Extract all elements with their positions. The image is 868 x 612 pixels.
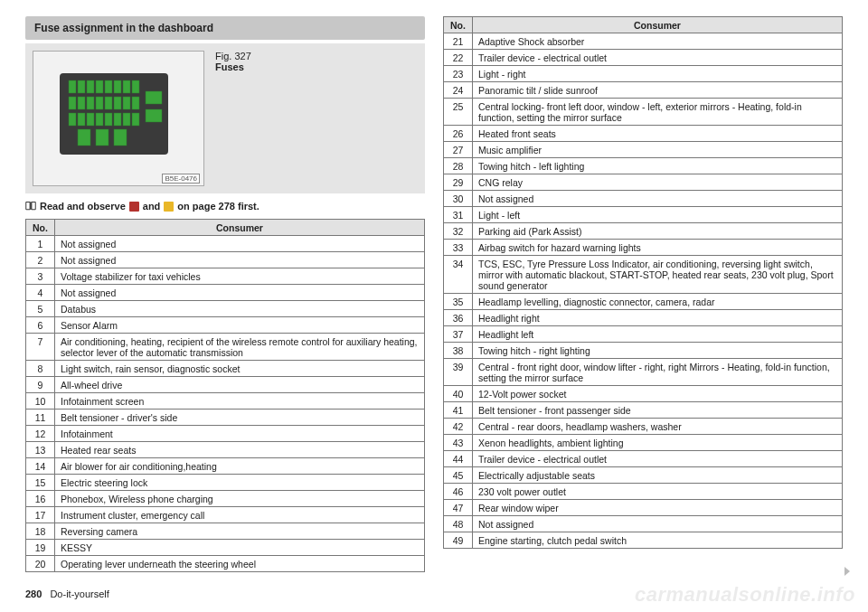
table-row: 3Voltage stabilizer for taxi vehicles bbox=[26, 268, 425, 285]
table-row: 36Headlight right bbox=[444, 310, 843, 326]
fuse-number: 39 bbox=[444, 359, 473, 386]
fuse-number: 28 bbox=[444, 158, 473, 174]
header-no: No. bbox=[444, 17, 473, 33]
table-row: 16Phonebox, Wireless phone charging bbox=[26, 491, 425, 507]
table-row: 20Operating lever underneath the steerin… bbox=[26, 556, 425, 572]
fuse-number: 7 bbox=[26, 334, 55, 361]
fuse-number: 9 bbox=[26, 377, 55, 393]
fuse-consumer: Trailer device - electrical outlet bbox=[473, 50, 843, 66]
fuse-consumer: Music amplifier bbox=[473, 142, 843, 158]
fuse-consumer: Not assigned bbox=[55, 236, 425, 252]
svg-rect-22 bbox=[114, 113, 121, 126]
fuse-number: 1 bbox=[26, 236, 55, 252]
fuse-consumer: Databus bbox=[55, 301, 425, 317]
svg-rect-18 bbox=[78, 113, 85, 126]
table-row: 15Electric steering lock bbox=[26, 475, 425, 491]
table-row: 6Sensor Alarm bbox=[26, 317, 425, 334]
fuse-consumer: Electric steering lock bbox=[55, 475, 425, 491]
fuse-number: 11 bbox=[26, 410, 55, 426]
header-no: No. bbox=[26, 220, 55, 236]
fuse-consumer: Central - rear doors, headlamp washers, … bbox=[473, 419, 843, 435]
table-row: 38Towing hitch - right lighting bbox=[444, 343, 843, 359]
fuse-consumer: KESSY bbox=[55, 540, 425, 556]
fuse-number: 49 bbox=[444, 532, 473, 549]
svg-rect-3 bbox=[87, 80, 94, 93]
table-row: 2Not assigned bbox=[26, 252, 425, 268]
svg-rect-14 bbox=[114, 97, 121, 109]
fuse-consumer: Adaptive Shock absorber bbox=[473, 33, 843, 50]
observe-prefix: Read and observe bbox=[40, 201, 126, 212]
table-row: 24Panoramic tilt / slide sunroof bbox=[444, 82, 843, 99]
fuse-number: 8 bbox=[26, 361, 55, 377]
fuse-consumer: Panoramic tilt / slide sunroof bbox=[473, 82, 843, 99]
table-row: 42Central - rear doors, headlamp washers… bbox=[444, 419, 843, 435]
fuse-number: 32 bbox=[444, 223, 473, 240]
fuse-consumer: Operating lever underneath the steering … bbox=[55, 556, 425, 572]
fuse-number: 17 bbox=[26, 507, 55, 523]
section-header: Fuse assignment in the dashboard bbox=[25, 16, 425, 40]
svg-rect-25 bbox=[78, 129, 90, 146]
svg-rect-21 bbox=[105, 113, 112, 126]
fuse-consumer: Heated rear seats bbox=[55, 442, 425, 458]
warning-icon bbox=[129, 202, 139, 212]
fuse-consumer: Infotainment screen bbox=[55, 393, 425, 410]
fuse-consumer: Light - left bbox=[473, 207, 843, 223]
table-row: 12Infotainment bbox=[26, 426, 425, 442]
fuse-consumer: Xenon headlights, ambient lighting bbox=[473, 435, 843, 451]
fuse-consumer: Phonebox, Wireless phone charging bbox=[55, 491, 425, 507]
fuse-number: 36 bbox=[444, 310, 473, 326]
table-row: 11Belt tensioner - driver's side bbox=[26, 410, 425, 426]
continue-indicator-icon bbox=[844, 567, 850, 576]
table-row: 21Adaptive Shock absorber bbox=[444, 33, 843, 50]
fuse-number: 22 bbox=[444, 50, 473, 66]
fuse-consumer: Engine starting, clutch pedal switch bbox=[473, 532, 843, 549]
fuse-number: 23 bbox=[444, 66, 473, 82]
fuse-number: 16 bbox=[26, 491, 55, 507]
fuse-consumer: Not assigned bbox=[55, 285, 425, 301]
svg-rect-12 bbox=[96, 97, 103, 109]
fuse-consumer: Trailer device - electrical outlet bbox=[473, 451, 843, 467]
fusebox-svg bbox=[42, 64, 195, 173]
fuse-consumer: CNG relay bbox=[473, 174, 843, 191]
fuse-consumer: Sensor Alarm bbox=[55, 317, 425, 334]
fuse-consumer: All-wheel drive bbox=[55, 377, 425, 393]
fuse-number: 30 bbox=[444, 191, 473, 207]
fuse-number: 35 bbox=[444, 294, 473, 310]
footer-section: Do-it-yourself bbox=[50, 588, 108, 599]
right-column: No. Consumer 21Adaptive Shock absorber22… bbox=[443, 16, 843, 572]
table-header-row: No. Consumer bbox=[26, 220, 425, 236]
table-row: 25Central locking- front left door, wind… bbox=[444, 99, 843, 126]
header-consumer: Consumer bbox=[473, 17, 843, 33]
observe-suffix: on page 278 first. bbox=[177, 201, 259, 212]
fuse-consumer: Rear window wiper bbox=[473, 500, 843, 516]
figure-caption: Fig. 327 Fuses bbox=[204, 51, 251, 186]
svg-rect-11 bbox=[87, 97, 94, 109]
svg-rect-27 bbox=[114, 129, 127, 146]
fuse-number: 45 bbox=[444, 467, 473, 484]
fuse-number: 20 bbox=[26, 556, 55, 572]
fuse-consumer: Heated front seats bbox=[473, 126, 843, 142]
fuse-number: 19 bbox=[26, 540, 55, 556]
fuse-consumer: Instrument cluster, emergency call bbox=[55, 507, 425, 523]
table-row: 49Engine starting, clutch pedal switch bbox=[444, 532, 843, 549]
fuse-number: 12 bbox=[26, 426, 55, 442]
svg-rect-20 bbox=[96, 113, 103, 126]
svg-rect-26 bbox=[96, 129, 108, 146]
fuse-number: 29 bbox=[444, 174, 473, 191]
svg-rect-1 bbox=[69, 80, 76, 93]
fusebox-diagram: B5E-0476 bbox=[33, 51, 204, 186]
fuse-number: 5 bbox=[26, 301, 55, 317]
svg-rect-6 bbox=[114, 80, 121, 93]
fuse-consumer: Air blower for air conditioning,heating bbox=[55, 458, 425, 475]
table-row: 22Trailer device - electrical outlet bbox=[444, 50, 843, 66]
table-row: 30Not assigned bbox=[444, 191, 843, 207]
left-column: Fuse assignment in the dashboard bbox=[25, 16, 425, 572]
fuse-number: 43 bbox=[444, 435, 473, 451]
fuse-number: 47 bbox=[444, 500, 473, 516]
svg-rect-15 bbox=[123, 97, 130, 109]
fuse-consumer: Reversing camera bbox=[55, 523, 425, 540]
fuse-consumer: Central - front right door, window lifte… bbox=[473, 359, 843, 386]
fuse-number: 37 bbox=[444, 326, 473, 343]
table-row: 28Towing hitch - left lighting bbox=[444, 158, 843, 174]
image-code: B5E-0476 bbox=[162, 174, 200, 184]
